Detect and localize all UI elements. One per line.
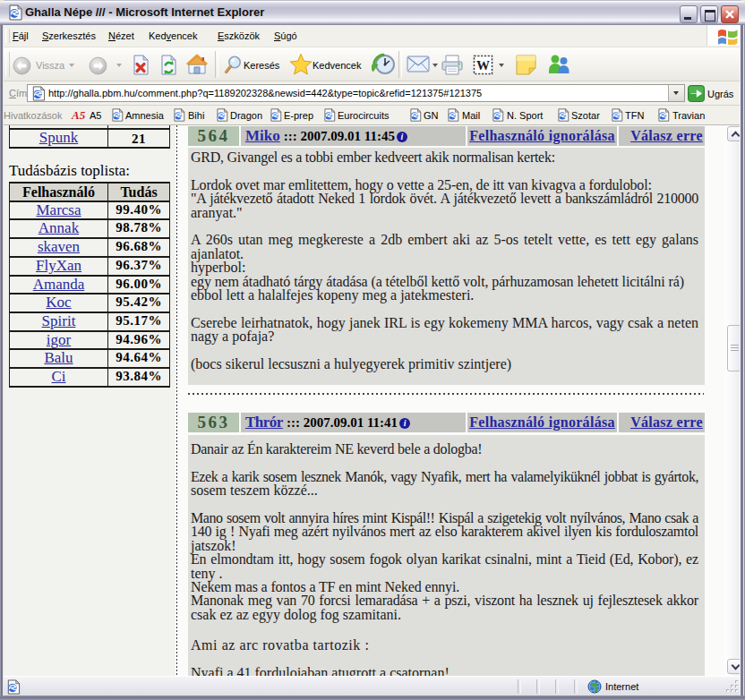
svg-text:W: W bbox=[476, 58, 490, 73]
